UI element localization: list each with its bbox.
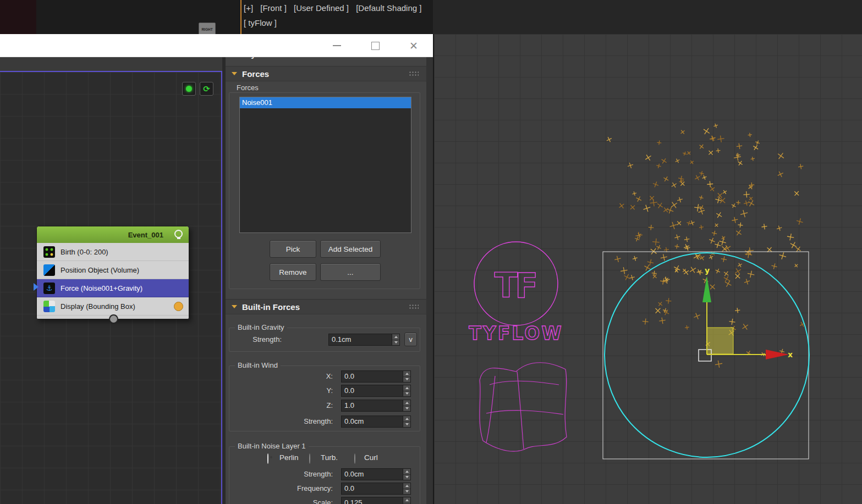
viewport-menus: [+] [Front ] [User Defined ] [Default Sh… bbox=[244, 3, 426, 13]
viewport-edge-highlight bbox=[240, 0, 241, 34]
particle-scatter bbox=[607, 124, 805, 368]
event-node[interactable]: Event_001 Birth (0-0: 200) Position Obje… bbox=[36, 226, 189, 319]
gravity-strength-field[interactable]: 0.1cm bbox=[328, 334, 400, 346]
add-selected-button[interactable]: Add Selected bbox=[320, 240, 381, 258]
axis-x-label: x bbox=[788, 350, 793, 359]
tyflow-viewport-label[interactable]: [ tyFlow ] bbox=[244, 18, 277, 27]
operator-row-position-object[interactable]: Position Object (Volume) bbox=[37, 261, 189, 279]
noise-frequency-field[interactable]: 0.0 bbox=[341, 483, 411, 495]
wind-strength-label: Strength: bbox=[231, 417, 333, 425]
node-editor-border-top bbox=[0, 71, 222, 72]
close-icon: ✕ bbox=[409, 41, 418, 51]
spinner-arrows-icon[interactable] bbox=[403, 416, 410, 427]
rollout-open-arrow-icon bbox=[232, 305, 237, 308]
pick-button[interactable]: Pick bbox=[270, 240, 316, 258]
refresh-icon: ⟳ bbox=[203, 85, 210, 93]
wind-x-label: X: bbox=[231, 372, 333, 380]
wind-z-field[interactable]: 1.0 bbox=[341, 400, 411, 412]
noise-strength-field[interactable]: 0.0cm bbox=[341, 468, 411, 480]
noise-frequency-label: Frequency: bbox=[231, 484, 333, 492]
close-button[interactable]: ✕ bbox=[402, 34, 426, 57]
event-node-title: Event_001 bbox=[128, 231, 163, 239]
forces-list[interactable]: Noise001 bbox=[239, 97, 411, 233]
noise-strength-label: Strength: bbox=[231, 470, 333, 478]
noise-scale-label: Scale: bbox=[231, 499, 333, 504]
noise-scale-field[interactable]: 0.125 bbox=[341, 497, 411, 504]
birth-icon bbox=[43, 246, 55, 258]
minimize-icon bbox=[333, 45, 341, 46]
more-options-button[interactable]: ... bbox=[320, 263, 381, 281]
wind-y-field[interactable]: 0.0 bbox=[341, 385, 411, 397]
display-indicator-dot[interactable] bbox=[174, 302, 183, 311]
rollout-grip-icon[interactable] bbox=[409, 71, 419, 76]
perlin-radio-label[interactable]: Perlin bbox=[279, 453, 299, 462]
wind-strength-field[interactable]: 0.0cm bbox=[341, 416, 411, 428]
force-icon: ⚓ bbox=[43, 283, 55, 294]
display-icon bbox=[43, 301, 55, 312]
curl-radio[interactable] bbox=[354, 453, 355, 464]
tyflow-logo-glyph: TF bbox=[495, 265, 536, 306]
viewport-scene-overlay: TF TYFLOW y x bbox=[433, 34, 862, 504]
viewport-plus-menu[interactable]: [+] bbox=[244, 3, 253, 13]
gravity-strength-label: Strength: bbox=[231, 335, 282, 344]
viewport-shading-menu[interactable]: [Default Shading ] bbox=[356, 3, 421, 13]
builtin-forces-rollout-header[interactable]: Built-in Forces bbox=[226, 299, 426, 314]
spinner-arrows-icon[interactable] bbox=[403, 371, 410, 382]
force-input-marker-icon bbox=[34, 283, 39, 291]
maximize-button[interactable] bbox=[364, 34, 386, 57]
operator-row-display[interactable]: Display (Bounding Box) bbox=[37, 297, 189, 315]
curl-radio-label[interactable]: Curl bbox=[364, 453, 378, 462]
maximize-icon bbox=[371, 42, 380, 50]
viewport-user-defined-menu[interactable]: [User Defined ] bbox=[294, 3, 349, 13]
spinner-arrows-icon[interactable] bbox=[403, 483, 410, 494]
tyflow-logo-text: TYFLOW bbox=[469, 323, 563, 344]
axis-x-arrow bbox=[766, 350, 789, 359]
simulation-status-button[interactable] bbox=[182, 82, 196, 96]
application-window: TF TYFLOW y x [+] [Front ] [User Defined… bbox=[0, 0, 862, 504]
forces-group-label: Forces bbox=[237, 84, 259, 92]
position-object-icon bbox=[43, 264, 55, 276]
viewport-view-menu[interactable]: [Front ] bbox=[260, 3, 287, 13]
spinner-arrows-icon[interactable] bbox=[403, 385, 410, 396]
spinner-arrows-icon[interactable] bbox=[392, 334, 399, 345]
spinner-arrows-icon[interactable] bbox=[403, 469, 410, 480]
turb-radio-label[interactable]: Turb. bbox=[321, 453, 338, 462]
status-green-dot-icon bbox=[186, 86, 192, 92]
wind-x-field[interactable]: 0.0 bbox=[341, 370, 411, 383]
panel-right-edge bbox=[426, 57, 433, 504]
event-node-header[interactable]: Event_001 bbox=[37, 226, 189, 243]
top-left-corner bbox=[0, 0, 36, 34]
wind-z-label: Z: bbox=[231, 401, 333, 409]
wind-y-label: Y: bbox=[231, 386, 333, 395]
rollout-open-arrow-icon bbox=[232, 72, 237, 75]
rollout-grip-icon[interactable] bbox=[409, 304, 419, 309]
gravity-script-v-button[interactable]: v bbox=[404, 333, 417, 346]
forces-rollout-header[interactable]: Forces bbox=[226, 66, 426, 81]
viewport-top-area bbox=[433, 0, 862, 34]
remove-button[interactable]: Remove bbox=[270, 263, 316, 281]
turb-radio[interactable] bbox=[309, 453, 310, 464]
refresh-button[interactable]: ⟳ bbox=[200, 82, 213, 96]
operator-row-force[interactable]: ⚓ Force (Noise001+Gravity) bbox=[37, 279, 189, 297]
gizmo-plane-handle[interactable] bbox=[707, 328, 733, 354]
forces-list-item[interactable]: Noise001 bbox=[240, 97, 411, 108]
node-output-connector[interactable] bbox=[109, 314, 118, 324]
minimize-button[interactable] bbox=[326, 34, 348, 57]
spinner-arrows-icon[interactable] bbox=[403, 497, 410, 504]
node-editor-top-strip bbox=[0, 57, 222, 71]
spinner-arrows-icon[interactable] bbox=[403, 400, 410, 411]
perlin-radio[interactable] bbox=[267, 453, 268, 464]
operator-row-birth[interactable]: Birth (0-0: 200) bbox=[37, 243, 189, 261]
axis-y-label: y bbox=[705, 266, 710, 275]
cloth-object-wireframe[interactable] bbox=[480, 363, 567, 451]
lightbulb-icon[interactable] bbox=[174, 230, 183, 238]
